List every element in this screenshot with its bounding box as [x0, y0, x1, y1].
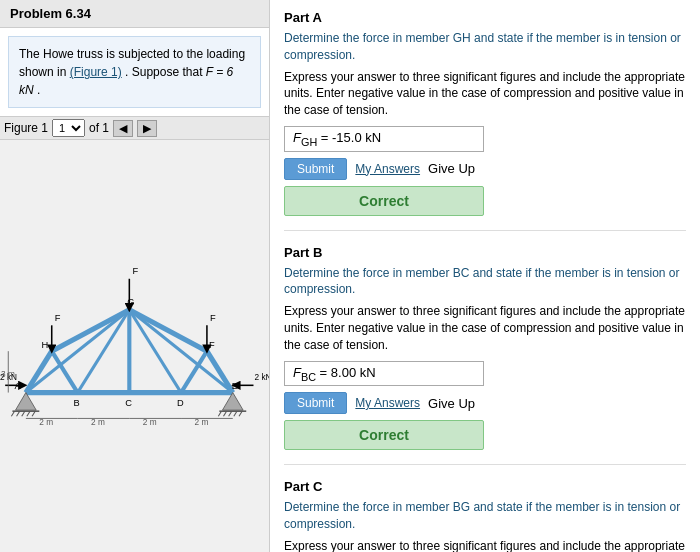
problem-title: Problem 6.34 — [0, 0, 269, 28]
part-b-give-up-text: Give Up — [428, 396, 475, 411]
svg-text:2 m: 2 m — [195, 418, 209, 427]
left-panel: Problem 6.34 The Howe truss is subjected… — [0, 0, 270, 552]
svg-text:B: B — [73, 398, 79, 408]
svg-text:3 m: 3 m — [1, 370, 15, 379]
svg-line-5 — [52, 351, 78, 392]
svg-text:F: F — [210, 313, 216, 323]
part-b-instruction: Express your answer to three significant… — [284, 303, 686, 353]
part-a-instruction: Express your answer to three significant… — [284, 69, 686, 119]
part-b-actions: Submit My Answers Give Up — [284, 392, 686, 414]
part-a-label: Part A — [284, 10, 686, 25]
figure-canvas: A B C D E H G F F — [0, 140, 269, 552]
svg-text:2 kN: 2 kN — [255, 373, 269, 382]
part-c-label: Part C — [284, 479, 686, 494]
svg-text:A: A — [14, 381, 21, 391]
part-b-submit-button[interactable]: Submit — [284, 392, 347, 414]
part-a-answer-box: FGH = -15.0 kN — [284, 126, 484, 152]
svg-text:G: G — [127, 297, 134, 307]
part-b-section: Part B Determine the force in member BC … — [284, 245, 686, 466]
svg-text:F: F — [209, 340, 215, 350]
problem-description: The Howe truss is subjected to the loadi… — [8, 36, 261, 108]
svg-text:2 m: 2 m — [143, 418, 157, 427]
svg-text:2 m: 2 m — [91, 418, 105, 427]
part-b-value: 8.00 kN — [331, 365, 376, 380]
part-b-correct-badge: Correct — [284, 420, 484, 450]
right-panel: Part A Determine the force in member GH … — [270, 0, 700, 552]
svg-text:F: F — [132, 266, 138, 276]
part-b-eq: = — [316, 365, 331, 380]
svg-text:F: F — [55, 313, 61, 323]
figure-label: Figure 1 — [4, 121, 48, 135]
part-a-submit-button[interactable]: Submit — [284, 158, 347, 180]
part-a-give-up-text: Give Up — [428, 161, 475, 176]
part-b-question: Determine the force in member BC and sta… — [284, 265, 686, 299]
part-a-eq: = — [317, 130, 332, 145]
part-a-correct-badge: Correct — [284, 186, 484, 216]
part-a-value: -15.0 kN — [332, 130, 381, 145]
part-a-subscript: GH — [301, 136, 317, 148]
svg-line-1 — [26, 351, 52, 392]
truss-diagram: A B C D E H G F F — [0, 140, 269, 552]
svg-marker-40 — [16, 393, 37, 411]
part-c-section: Part C Determine the force in member BG … — [284, 479, 686, 552]
desc-end: . Suppose that — [125, 65, 202, 79]
formula-end: . — [37, 83, 40, 97]
figure-link[interactable]: (Figure 1) — [70, 65, 122, 79]
figure-select[interactable]: 1 — [52, 119, 85, 137]
part-c-instruction: Express your answer to three significant… — [284, 538, 686, 552]
figure-toolbar: Figure 1 1 of 1 ◀ ▶ — [0, 116, 269, 140]
part-b-my-answers-link[interactable]: My Answers — [355, 396, 420, 410]
svg-line-3 — [207, 351, 233, 392]
svg-line-8 — [26, 310, 129, 393]
svg-line-11 — [129, 310, 232, 393]
part-b-label: Part B — [284, 245, 686, 260]
part-c-question: Determine the force in member BG and sta… — [284, 499, 686, 533]
part-b-subscript: BC — [301, 370, 316, 382]
part-a-actions: Submit My Answers Give Up — [284, 158, 686, 180]
svg-text:H: H — [41, 340, 48, 350]
part-b-answer-box: FBC = 8.00 kN — [284, 361, 484, 387]
svg-marker-41 — [222, 393, 243, 411]
next-figure-button[interactable]: ▶ — [137, 120, 157, 137]
svg-text:D: D — [177, 398, 184, 408]
part-a-section: Part A Determine the force in member GH … — [284, 10, 686, 231]
svg-line-7 — [181, 351, 207, 392]
svg-text:E: E — [232, 381, 238, 391]
part-a-question: Determine the force in member GH and sta… — [284, 30, 686, 64]
svg-text:C: C — [125, 398, 132, 408]
part-a-my-answers-link[interactable]: My Answers — [355, 162, 420, 176]
prev-figure-button[interactable]: ◀ — [113, 120, 133, 137]
of-text: of 1 — [89, 121, 109, 135]
svg-text:2 m: 2 m — [39, 418, 53, 427]
figure-area: Figure 1 1 of 1 ◀ ▶ — [0, 116, 269, 552]
